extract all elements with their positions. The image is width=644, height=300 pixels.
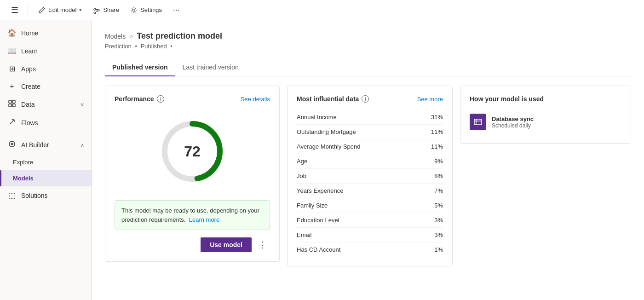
share-icon (93, 6, 100, 14)
usage-card-header: How your model is used (470, 95, 621, 103)
sidebar-item-ai-builder[interactable]: AI Builder ∧ (0, 136, 92, 154)
influential-data-card: Most influential data i See more Annual … (287, 86, 453, 266)
svg-rect-11 (474, 119, 482, 125)
more-options-button[interactable]: ⋮ (255, 237, 270, 252)
settings-button[interactable]: Settings (126, 4, 167, 17)
home-icon: 🏠 (7, 29, 17, 37)
usage-item-subtitle: Scheduled daily (492, 122, 534, 129)
data-row-pct: 9% (434, 158, 443, 165)
data-row-label: Family Size (297, 202, 328, 209)
sidebar-item-apps[interactable]: ⊞ Apps (0, 60, 92, 78)
data-row-label: Outstanding Mortgage (297, 128, 356, 135)
edit-chevron-icon: ▾ (79, 7, 82, 13)
sidebar-item-flows-label: Flows (21, 119, 38, 127)
tab-last-trained-version[interactable]: Last trained version (175, 59, 246, 76)
data-row-label: Email (297, 231, 312, 238)
data-chevron-icon: ∨ (80, 102, 84, 108)
toolbar-separator (28, 5, 28, 16)
sidebar-item-explore[interactable]: Explore (0, 154, 92, 170)
sidebar-item-ai-builder-label: AI Builder (21, 141, 49, 149)
sidebar-item-home[interactable]: 🏠 Home (0, 24, 92, 42)
data-row: Has CD Account 1% (297, 242, 443, 257)
breadcrumb-parent[interactable]: Models (105, 33, 126, 40)
influential-data-list: Annual Income 31% Outstanding Mortgage 1… (297, 110, 443, 257)
svg-rect-3 (9, 100, 12, 103)
data-row-pct: 5% (434, 202, 443, 209)
sidebar-item-data-label: Data (21, 101, 35, 108)
data-row: Average Monthly Spend 11% (297, 139, 443, 154)
sidebar-gap (0, 132, 92, 136)
data-row: Annual Income 31% (297, 110, 443, 125)
sidebar-item-data[interactable]: Data ∨ (0, 95, 92, 114)
use-model-button[interactable]: Use model (201, 237, 252, 252)
sidebar-item-solutions[interactable]: ⬚ Solutions (0, 186, 92, 204)
sidebar-item-solutions-label: Solutions (21, 192, 48, 199)
learn-icon: 📖 (7, 46, 17, 55)
data-row: Email 3% (297, 228, 443, 242)
sidebar-item-learn-label: Learn (21, 47, 38, 55)
sidebar: 🏠 Home 📖 Learn ⊞ Apps + Create Data ∨ (0, 20, 92, 300)
donut-chart: 72 (158, 117, 227, 186)
tab-published-version[interactable]: Published version (105, 59, 175, 76)
ai-builder-icon (7, 140, 17, 150)
sidebar-item-create[interactable]: + Create (0, 78, 92, 95)
data-row: Job 8% (297, 169, 443, 184)
settings-icon (130, 6, 138, 14)
data-row-pct: 8% (434, 173, 443, 179)
sidebar-item-flows[interactable]: Flows (0, 114, 92, 132)
more-options-icon[interactable]: ··· (168, 2, 184, 17)
data-row-label: Has CD Account (297, 246, 340, 253)
svg-point-7 (9, 141, 15, 147)
data-row-pct: 31% (431, 114, 443, 121)
flows-icon (7, 118, 17, 127)
performance-title-row: Performance i (115, 95, 164, 103)
sidebar-item-models-label: Models (13, 175, 34, 182)
sidebar-item-learn[interactable]: 📖 Learn (0, 42, 92, 60)
menu-icon[interactable]: ☰ (7, 3, 22, 17)
usage-item-info: Database sync Scheduled daily (492, 115, 534, 129)
data-row-label: Annual Income (297, 114, 337, 121)
performance-card-title: Performance (115, 95, 154, 103)
influential-info-icon[interactable]: i (362, 95, 369, 103)
model-info-box: This model may be ready to use, dependin… (115, 200, 270, 230)
donut-chart-container: 72 (115, 110, 270, 193)
breadcrumb-separator: > (129, 33, 133, 40)
data-row-pct: 7% (434, 187, 443, 194)
breadcrumb: Models > Test prediction model (105, 31, 631, 41)
create-icon: + (7, 82, 17, 91)
see-more-link[interactable]: See more (417, 96, 443, 103)
sidebar-item-create-label: Create (21, 83, 40, 90)
model-status: Published (141, 43, 167, 50)
toolbar: ☰ Edit model ▾ Share Settings ··· (0, 0, 644, 20)
see-details-link[interactable]: See details (241, 96, 270, 103)
data-row: Outstanding Mortgage 11% (297, 125, 443, 139)
donut-score-label: 72 (184, 143, 201, 160)
data-row: Education Level 3% (297, 213, 443, 228)
learn-more-link[interactable]: Learn more (189, 216, 219, 223)
database-sync-icon (470, 114, 486, 130)
cards-row: Performance i See details 72 This model … (105, 86, 631, 266)
influential-title-row: Most influential data i (297, 95, 369, 103)
edit-model-button[interactable]: Edit model ▾ (34, 4, 86, 17)
ai-builder-chevron-icon: ∧ (80, 142, 84, 148)
share-button[interactable]: Share (88, 4, 124, 17)
performance-info-icon[interactable]: i (157, 95, 164, 103)
settings-label: Settings (140, 6, 162, 13)
performance-card-header: Performance i See details (115, 95, 270, 103)
data-row-pct: 11% (431, 128, 443, 135)
subtitle-dot1: • (135, 43, 137, 50)
main-layout: 🏠 Home 📖 Learn ⊞ Apps + Create Data ∨ (0, 20, 644, 300)
svg-point-8 (11, 143, 13, 145)
apps-icon: ⊞ (7, 64, 17, 73)
influential-card-header: Most influential data i See more (297, 95, 443, 103)
subtitle-dot2: • (170, 43, 172, 50)
card-actions: Use model ⋮ (115, 237, 270, 252)
sidebar-item-models[interactable]: Models (0, 170, 92, 186)
data-row-label: Job (297, 173, 306, 179)
data-row-pct: 3% (434, 217, 443, 224)
svg-rect-6 (12, 104, 15, 107)
data-row-pct: 1% (434, 246, 443, 253)
usage-card: How your model is used Database sync Sch… (460, 86, 631, 144)
data-row: Years Experience 7% (297, 184, 443, 198)
data-row-label: Education Level (297, 217, 339, 224)
